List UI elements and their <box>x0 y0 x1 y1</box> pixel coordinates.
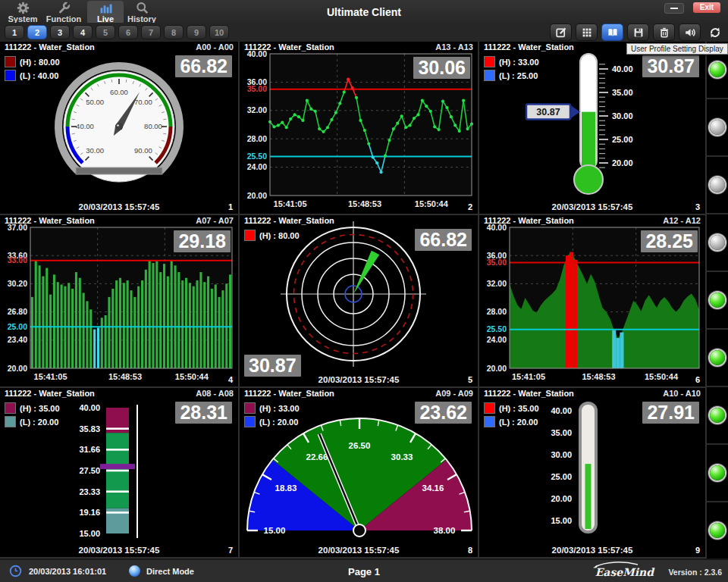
legend-swatch <box>484 56 495 67</box>
svg-text:19.16: 19.16 <box>79 508 100 517</box>
minimize-button[interactable] <box>664 3 684 14</box>
svg-text:25.50: 25.50 <box>487 324 507 333</box>
page-tab-3[interactable]: 3 <box>50 25 70 39</box>
svg-text:25.00: 25.00 <box>551 472 572 481</box>
svg-text:15:48:53: 15:48:53 <box>348 199 381 208</box>
svg-text:18.83: 18.83 <box>275 483 297 493</box>
panel-8-semi-gauge[interactable]: 111222 - Water_StationA09 - A09 (H) : 33… <box>240 388 479 559</box>
brand-logo: EaseMind <box>595 566 654 578</box>
svg-text:15.00: 15.00 <box>264 526 286 535</box>
open-book-icon <box>607 27 619 39</box>
edit-button[interactable] <box>550 23 572 41</box>
page-tab-8[interactable]: 8 <box>164 25 184 39</box>
panel-legend: (H) : 33.00(L) : 25.00 <box>484 56 539 83</box>
legend-label: (L) : 20.00 <box>499 418 538 427</box>
panel-2-line-chart[interactable]: 111222 - Water_StationA13 - A13 30.06 40… <box>240 42 479 215</box>
panel-station: 111222 - Water_Station <box>244 42 334 52</box>
sync-button[interactable] <box>704 24 725 40</box>
page-tab-9[interactable]: 9 <box>187 25 206 39</box>
legend-swatch <box>244 416 256 427</box>
panel-1-dial-gauge[interactable]: 111222 - Water_StationA00 - A00 (H) : 80… <box>0 42 240 215</box>
led-indicator-green <box>710 350 725 365</box>
led-indicator-green <box>710 465 725 480</box>
led-indicator-gray <box>710 235 725 250</box>
sync-arrows-icon <box>709 27 721 39</box>
panel-station: 111222 - Water_Station <box>244 216 334 225</box>
legend-swatch <box>244 402 256 414</box>
panel-3-thermometer[interactable]: 111222 - Water_Station (H) : 33.00(L) : … <box>479 42 707 215</box>
value-readout: 23.62 <box>415 402 472 424</box>
user-profile-button[interactable] <box>601 23 623 41</box>
panel-4-bar-chart[interactable]: 111222 - Water_StationA07 - A07 29.18 37… <box>0 215 240 388</box>
legend-label: (H) : 33.00 <box>259 404 300 413</box>
panel-9-tube-meter[interactable]: 111222 - Water_StationA10 - A10 (H) : 35… <box>479 388 707 559</box>
legend-label: (H) : 35.00 <box>20 404 60 413</box>
panel-tag: A10 - A10 <box>663 389 701 398</box>
panel-legend: (H) : 80.00 <box>244 230 300 243</box>
page-tab-1[interactable]: 1 <box>5 25 24 39</box>
svg-text:28.00: 28.00 <box>247 134 267 143</box>
panel-tag: A13 - A13 <box>435 42 473 52</box>
legend-label: (H) : 35.00 <box>499 404 539 413</box>
legend-item: (H) : 33.00 <box>484 56 539 67</box>
app-title: Ultimate Client <box>0 6 728 18</box>
svg-text:20.00: 20.00 <box>487 364 507 373</box>
delete-button[interactable] <box>653 23 675 41</box>
svg-text:34.16: 34.16 <box>422 483 444 493</box>
panel-5-radar[interactable]: 111222 - Water_Station (H) : 80.00 66.82… <box>240 215 479 388</box>
legend-item: (L) : 40.00 <box>5 70 60 81</box>
led-cell <box>707 272 728 330</box>
panel-6-area-chart[interactable]: 111222 - Water_StationA12 - A12 28.25 40… <box>479 215 707 388</box>
page-tab-10[interactable]: 10 <box>209 25 229 39</box>
svg-text:30.33: 30.33 <box>391 452 413 462</box>
value-readout: 28.31 <box>175 402 232 424</box>
page-tab-2[interactable]: 2 <box>27 25 47 39</box>
svg-text:25.50: 25.50 <box>247 152 267 161</box>
svg-text:30.00: 30.00 <box>551 450 572 459</box>
panel-number: 4 <box>228 375 233 384</box>
keypad-button[interactable] <box>576 23 598 41</box>
value-readout: 66.82 <box>415 229 472 251</box>
panel-legend: (H) : 35.00(L) : 20.00 <box>484 402 539 430</box>
save-button[interactable] <box>627 23 649 41</box>
svg-text:15.00: 15.00 <box>551 516 572 525</box>
svg-text:30.00: 30.00 <box>86 146 104 155</box>
panel-legend: (H) : 80.00(L) : 40.00 <box>5 56 60 83</box>
value-readout: 29.18 <box>174 230 231 252</box>
svg-text:30.00: 30.00 <box>612 111 633 120</box>
value-readout: 27.91 <box>642 402 699 424</box>
svg-text:15:41:05: 15:41:05 <box>274 199 307 208</box>
panel-tag: A00 - A00 <box>196 42 234 52</box>
sound-button[interactable] <box>679 23 701 41</box>
led-indicator-green <box>710 293 725 308</box>
panel-station: 111222 - Water_Station <box>5 389 95 398</box>
legend-item: (L) : 20.00 <box>5 416 60 427</box>
panel-7-segment-meter[interactable]: 111222 - Water_StationA08 - A08 (H) : 35… <box>0 388 240 559</box>
page-tab-7[interactable]: 7 <box>141 25 161 39</box>
svg-text:27.50: 27.50 <box>79 466 100 475</box>
svg-text:35.00: 35.00 <box>247 84 267 93</box>
led-indicator-green <box>710 62 725 77</box>
led-cell <box>707 330 728 387</box>
svg-text:24.00: 24.00 <box>247 162 267 171</box>
panel-number: 7 <box>228 546 233 555</box>
legend-label: (L) : 25.00 <box>499 71 538 80</box>
panel-station: 111222 - Water_Station <box>484 216 574 225</box>
svg-text:32.00: 32.00 <box>247 105 267 114</box>
page-tab-6[interactable]: 6 <box>118 25 138 39</box>
panel-station: 111222 - Water_Station <box>5 42 95 52</box>
svg-text:50.00: 50.00 <box>86 98 104 106</box>
page-tab-4[interactable]: 4 <box>73 25 93 39</box>
led-cell <box>707 214 728 272</box>
svg-text:35.83: 35.83 <box>79 424 100 433</box>
page-tab-5[interactable]: 5 <box>96 25 115 39</box>
panel-tag: A12 - A12 <box>663 216 701 225</box>
panel-station: 111222 - Water_Station <box>484 42 574 52</box>
save-icon <box>632 27 645 39</box>
exit-button[interactable]: Exit <box>693 2 720 13</box>
legend-swatch <box>484 416 495 427</box>
svg-text:60.00: 60.00 <box>110 88 128 96</box>
svg-text:90.00: 90.00 <box>134 146 152 155</box>
legend-swatch <box>484 70 495 81</box>
panel-number: 5 <box>468 375 472 384</box>
